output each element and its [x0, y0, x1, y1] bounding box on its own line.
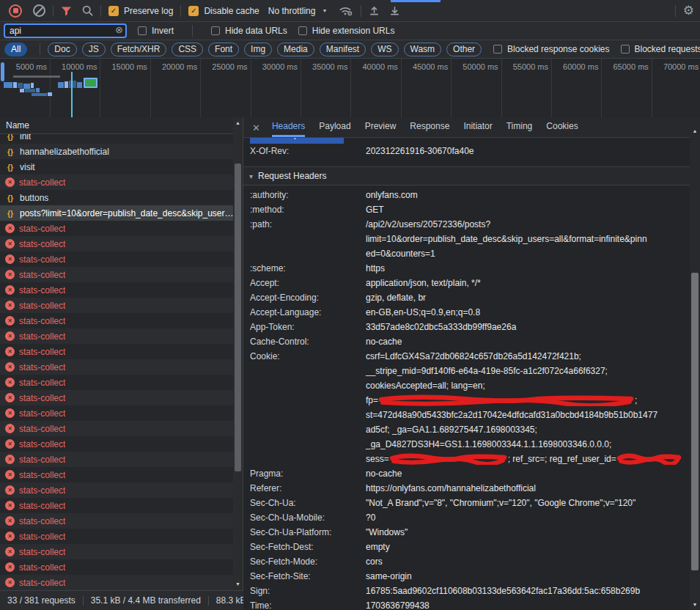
blocked-filters: Blocked response cookiesBlocked requests… [493, 44, 700, 54]
request-name: stats-collect [19, 316, 65, 326]
request-row[interactable]: ✕stats-collect [0, 575, 233, 590]
redaction-scribble [390, 453, 507, 465]
request-row[interactable]: ✕stats-collect [0, 405, 233, 421]
filter-chip-other[interactable]: Other [446, 43, 482, 56]
filter-chip-font[interactable]: Font [208, 43, 239, 56]
throttling-select[interactable]: No throttling ▼ [268, 6, 328, 16]
request-row[interactable]: ✕stats-collect [0, 236, 233, 251]
request-row[interactable]: ✕stats-collect [0, 282, 233, 298]
request-list-scrollbar[interactable]: ▲ ▼ [233, 117, 243, 590]
import-har-icon[interactable] [369, 5, 380, 16]
request-row[interactable]: ✕stats-collect [0, 251, 233, 267]
waterfall-bar [13, 76, 60, 78]
error-icon: ✕ [5, 331, 15, 341]
request-row[interactable]: ✕stats-collect [0, 498, 233, 513]
request-row[interactable]: {}init [0, 134, 233, 144]
checkbox-blocked-response-cookies[interactable]: Blocked response cookies [493, 44, 609, 54]
request-row[interactable]: ✕stats-collect [0, 544, 233, 559]
request-row[interactable]: ✕stats-collect [0, 359, 233, 375]
filter-chip-media[interactable]: Media [277, 43, 314, 56]
scroll-up-icon[interactable]: ▲ [690, 128, 700, 133]
filter-chip-wasm[interactable]: Wasm [404, 43, 442, 56]
request-row[interactable]: ✕stats-collect [0, 328, 233, 344]
throttling-value: No throttling [268, 6, 316, 16]
request-row[interactable]: ✕stats-collect [0, 390, 233, 405]
request-row[interactable]: ✕stats-collect [0, 313, 233, 328]
filter-chip-img[interactable]: Img [244, 43, 272, 56]
scrollbar-thumb[interactable] [691, 273, 699, 570]
detail-scrollbar[interactable]: ▲ ▼ [690, 126, 700, 610]
tab-payload[interactable]: Payload [319, 117, 350, 137]
request-row[interactable]: ✕stats-collect [0, 529, 233, 544]
request-row[interactable]: ✕stats-collect [0, 267, 233, 282]
tab-cookies[interactable]: Cookies [546, 117, 578, 137]
checkbox-box[interactable] [621, 45, 630, 54]
filter-chip-manifest[interactable]: Manifest [320, 43, 366, 56]
tab-response[interactable]: Response [410, 117, 449, 137]
checkbox-invert[interactable]: Invert [138, 26, 174, 36]
scroll-down-icon[interactable]: ▼ [233, 581, 243, 587]
clear-icon[interactable] [33, 4, 45, 17]
request-row[interactable]: ✕stats-collect [0, 452, 233, 467]
network-conditions-icon[interactable] [339, 5, 353, 16]
request-row[interactable]: {}buttons [0, 190, 233, 205]
checkbox-box[interactable] [298, 26, 307, 35]
preserve-log-checkbox[interactable] [108, 6, 119, 16]
filter-chip-css[interactable]: CSS [172, 43, 203, 56]
network-overview-timeline[interactable]: 5000 ms10000 ms15000 ms20000 ms25000 ms3… [0, 59, 700, 118]
request-row[interactable]: {}visit [0, 159, 233, 174]
filter-chip-fetch-xhr[interactable]: Fetch/XHR [111, 43, 167, 56]
request-row[interactable]: ✕stats-collect [0, 559, 233, 575]
request-row[interactable]: ✕stats-collect [0, 375, 233, 390]
request-name: stats-collect [19, 224, 65, 234]
checkbox-box[interactable] [211, 26, 220, 35]
checkbox-box[interactable] [138, 26, 147, 35]
request-row[interactable]: {}hannahelizabethofficial [0, 144, 233, 159]
request-row[interactable]: ✕stats-collect [0, 513, 233, 529]
search-icon[interactable] [82, 5, 93, 16]
checkbox-hide-extension-urls[interactable]: Hide extension URLs [298, 26, 395, 36]
request-row[interactable]: ✕stats-collect [0, 467, 233, 482]
timeline-tick-label: 25000 ms [205, 62, 248, 71]
scroll-down-icon[interactable]: ▼ [690, 602, 700, 607]
request-row[interactable]: {}posts?limit=10&order=publish_date_desc… [0, 205, 233, 221]
request-row[interactable]: ✕stats-collect [0, 482, 233, 498]
filter-icon[interactable] [61, 6, 72, 16]
time-marker-line [71, 72, 73, 117]
name-column-header[interactable]: Name [0, 117, 233, 134]
checkbox-blocked-requests[interactable]: Blocked requests [621, 44, 700, 54]
request-row[interactable]: ✕stats-collect [0, 421, 233, 436]
request-row[interactable]: ✕stats-collect [0, 298, 233, 313]
filter-chip-doc[interactable]: Doc [48, 43, 76, 56]
tab-initiator[interactable]: Initiator [463, 117, 492, 137]
tab-headers[interactable]: Headers [272, 117, 305, 137]
request-row[interactable]: ✕stats-collect [0, 436, 233, 452]
request-row[interactable]: ✕stats-collect [0, 344, 233, 359]
tab-preview[interactable]: Preview [365, 117, 397, 137]
tab-timing[interactable]: Timing [506, 117, 533, 137]
request-row[interactable]: ✕stats-collect [0, 174, 233, 190]
waterfall-bar [20, 89, 24, 92]
clear-filter-icon[interactable]: ⊗ [115, 25, 123, 34]
record-icon[interactable] [9, 4, 22, 18]
filter-chip-all[interactable]: All [4, 43, 27, 56]
filter-chip-js[interactable]: JS [82, 43, 106, 56]
filter-input[interactable] [4, 23, 127, 38]
header-value: DENY [372, 138, 397, 139]
request-row[interactable]: ✕stats-collect [0, 221, 233, 236]
scrollbar-thumb[interactable] [235, 163, 241, 471]
header-name: Cookie: [250, 349, 366, 466]
disable-cache-checkbox[interactable] [188, 6, 199, 16]
divider [180, 5, 181, 17]
waterfall-bar [69, 81, 76, 88]
checkbox-box[interactable] [493, 45, 502, 54]
gear-icon[interactable]: ⚙ [683, 4, 694, 17]
section-request-headers[interactable]: ▾Request Headers [243, 166, 690, 185]
export-har-icon[interactable] [389, 5, 400, 16]
scroll-up-icon[interactable]: ▲ [233, 120, 243, 125]
close-icon[interactable]: ✕ [252, 123, 260, 133]
checkbox-hide-data-urls[interactable]: Hide data URLs [211, 26, 287, 36]
filter-chip-ws[interactable]: WS [371, 43, 398, 56]
error-icon: ✕ [5, 547, 15, 556]
waterfall-bar [23, 84, 30, 89]
